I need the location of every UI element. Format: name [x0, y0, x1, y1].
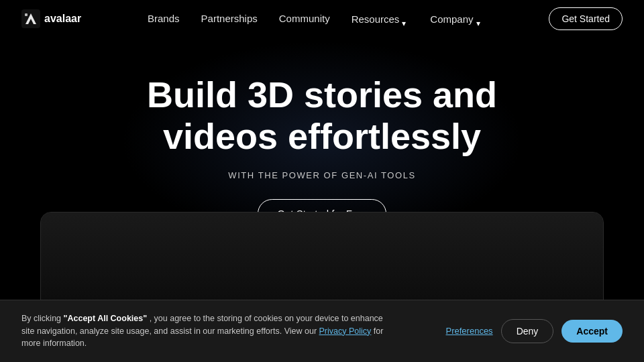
cookie-accept-button[interactable]: Accept — [561, 320, 623, 343]
logo-icon — [21, 9, 40, 28]
navbar: avalaar Brands Partnerships Community Re… — [0, 0, 644, 38]
hero-subtitle: WITH THE POWER OF GEN-AI TOOLS — [228, 170, 415, 180]
nav-item-company[interactable]: Company — [430, 13, 482, 25]
svg-rect-1 — [25, 13, 28, 16]
cookie-banner: By clicking "Accept All Cookies" , you a… — [0, 300, 644, 362]
nav-item-resources[interactable]: Resources — [352, 13, 409, 25]
cookie-actions: Preferences Deny Accept — [446, 319, 623, 343]
nav-links: Brands Partnerships Community Resources … — [148, 13, 483, 25]
company-chevron-icon — [476, 17, 483, 21]
cookie-text-prefix: By clicking — [21, 314, 64, 323]
hero-title: Build 3D stories and videos effortlessly — [94, 74, 550, 157]
cookie-privacy-link[interactable]: Privacy Policy — [319, 326, 372, 336]
cookie-preferences-button[interactable]: Preferences — [446, 326, 493, 336]
nav-item-community[interactable]: Community — [279, 13, 330, 25]
logo[interactable]: avalaar — [21, 9, 81, 28]
nav-item-partnerships[interactable]: Partnerships — [201, 13, 258, 25]
nav-get-started-button[interactable]: Get Started — [549, 7, 623, 30]
nav-item-brands[interactable]: Brands — [148, 13, 180, 25]
cookie-bold-text: "Accept All Cookies" — [64, 314, 148, 323]
cookie-text: By clicking "Accept All Cookies" , you a… — [21, 312, 384, 350]
resources-chevron-icon — [402, 17, 409, 21]
cookie-deny-button[interactable]: Deny — [501, 319, 554, 343]
logo-text: avalaar — [44, 13, 81, 25]
